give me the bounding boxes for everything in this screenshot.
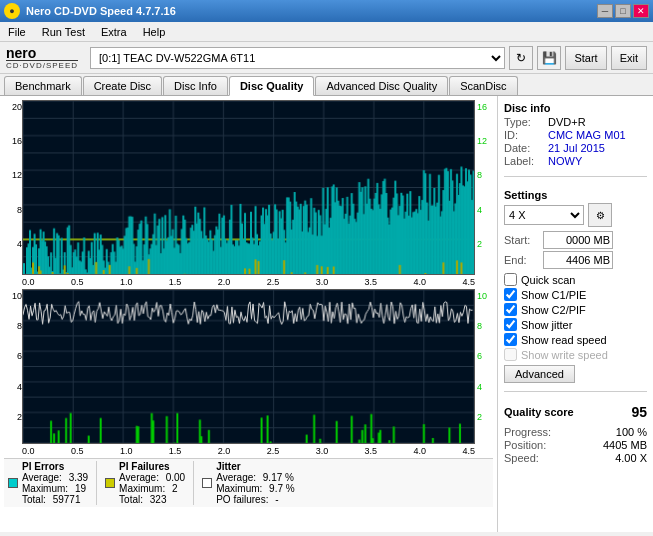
upper-x-axis: 0.00.51.01.52.02.53.03.54.04.5 <box>4 277 493 287</box>
tab-scan-disc[interactable]: ScanDisc <box>449 76 517 95</box>
quick-scan-row: Quick scan <box>504 273 647 286</box>
disc-label-label: Label: <box>504 155 544 167</box>
minimize-button[interactable]: ─ <box>597 4 613 18</box>
stats-bar: PI Errors Average: 3.39 Maximum: 19 Tota… <box>4 458 493 507</box>
show-c1-pie-label: Show C1/PIE <box>521 289 586 301</box>
divider2 <box>504 391 647 392</box>
drive-selector[interactable]: [0:1] TEAC DV-W522GMA 6T11 <box>90 47 505 69</box>
jitter-row: Show jitter <box>504 318 647 331</box>
upper-y-axis-right: 1612842 <box>475 100 493 275</box>
jitter-po-value: - <box>275 494 278 505</box>
tab-create-disc[interactable]: Create Disc <box>83 76 162 95</box>
quality-score-value: 95 <box>631 404 647 420</box>
quick-scan-checkbox[interactable] <box>504 273 517 286</box>
pi-errors-avg-value: 3.39 <box>69 472 88 483</box>
type-label: Type: <box>504 116 544 128</box>
settings-title: Settings <box>504 189 647 201</box>
show-jitter-checkbox[interactable] <box>504 318 517 331</box>
save-icon[interactable]: 💾 <box>537 46 561 70</box>
pi-errors-color <box>8 478 18 488</box>
speed-value: 4.00 X <box>615 452 647 464</box>
upper-y-axis-left: 20161284 <box>4 100 22 275</box>
progress-section: Progress: 100 % Position: 4405 MB Speed:… <box>504 426 647 465</box>
lower-y-axis-left: 108642 <box>4 289 22 444</box>
disc-label-value: NOWY <box>548 155 582 167</box>
advanced-button[interactable]: Advanced <box>504 365 575 383</box>
pi-failures-total-label: Total: <box>119 494 143 505</box>
quality-score-label: Quality score <box>504 406 574 418</box>
settings-section: Settings 4 X ⚙ Start: End: Quick scan <box>504 189 647 383</box>
progress-label: Progress: <box>504 426 551 438</box>
settings-icon[interactable]: ⚙ <box>588 203 612 227</box>
app-icon: ● <box>4 3 20 19</box>
jitter-avg-value: 9.17 % <box>263 472 294 483</box>
upper-chart-wrapper: 20161284 1612842 <box>4 100 493 275</box>
menu-bar: File Run Test Extra Help <box>0 22 653 42</box>
type-value: DVD+R <box>548 116 586 128</box>
pi-failures-stat: PI Failures Average: 0.00 Maximum: 2 Tot… <box>105 461 185 505</box>
exit-button[interactable]: Exit <box>611 46 647 70</box>
show-c1-pie-checkbox[interactable] <box>504 288 517 301</box>
nero-sub-text: CD·DVD/SPEED <box>6 60 78 70</box>
start-label: Start: <box>504 234 539 246</box>
pi-failures-avg-label: Average: <box>119 472 159 483</box>
speed-label: Speed: <box>504 452 539 464</box>
refresh-icon[interactable]: ↻ <box>509 46 533 70</box>
menu-help[interactable]: Help <box>139 25 170 39</box>
read-speed-row: Show read speed <box>504 333 647 346</box>
title-bar: ● Nero CD-DVD Speed 4.7.7.16 ─ □ ✕ <box>0 0 653 22</box>
tab-advanced-disc-quality[interactable]: Advanced Disc Quality <box>315 76 448 95</box>
position-label: Position: <box>504 439 546 451</box>
upper-chart-canvas <box>23 101 474 274</box>
start-button[interactable]: Start <box>565 46 606 70</box>
write-speed-row: Show write speed <box>504 348 647 361</box>
quick-scan-label: Quick scan <box>521 274 575 286</box>
jitter-stat: Jitter Average: 9.17 % Maximum: 9.7 % PO… <box>202 461 294 505</box>
pi-failures-label: PI Failures <box>119 461 185 472</box>
main-content: 20161284 1612842 0.00.51.01.52.02.53.03.… <box>0 96 653 532</box>
right-panel: Disc info Type: DVD+R ID: CMC MAG M01 Da… <box>498 96 653 532</box>
id-label: ID: <box>504 129 544 141</box>
menu-file[interactable]: File <box>4 25 30 39</box>
tab-disc-quality[interactable]: Disc Quality <box>229 76 315 96</box>
speed-selector[interactable]: 4 X <box>504 205 584 225</box>
window-title: Nero CD-DVD Speed 4.7.7.16 <box>26 5 176 17</box>
show-write-speed-checkbox <box>504 348 517 361</box>
pi-errors-stat: PI Errors Average: 3.39 Maximum: 19 Tota… <box>8 461 88 505</box>
disc-info-title: Disc info <box>504 102 647 114</box>
pi-errors-max-value: 19 <box>75 483 86 494</box>
end-input[interactable] <box>543 251 613 269</box>
jitter-color <box>202 478 212 488</box>
jitter-po-label: PO failures: <box>216 494 268 505</box>
tab-benchmark[interactable]: Benchmark <box>4 76 82 95</box>
show-jitter-label: Show jitter <box>521 319 572 331</box>
pi-failures-max-value: 2 <box>172 483 178 494</box>
nero-logo-text: nero <box>6 46 78 60</box>
quality-score-row: Quality score 95 <box>504 404 647 420</box>
pi-errors-max-label: Maximum: <box>22 483 68 494</box>
toolbar: nero CD·DVD/SPEED [0:1] TEAC DV-W522GMA … <box>0 42 653 74</box>
progress-value: 100 % <box>616 426 647 438</box>
close-button[interactable]: ✕ <box>633 4 649 18</box>
pi-failures-total-value: 323 <box>150 494 167 505</box>
c2pif-row: Show C2/PIF <box>504 303 647 316</box>
maximize-button[interactable]: □ <box>615 4 631 18</box>
jitter-max-label: Maximum: <box>216 483 262 494</box>
pi-errors-label: PI Errors <box>22 461 88 472</box>
upper-chart <box>22 100 475 275</box>
date-label: Date: <box>504 142 544 154</box>
menu-extra[interactable]: Extra <box>97 25 131 39</box>
menu-run-test[interactable]: Run Test <box>38 25 89 39</box>
start-input[interactable] <box>543 231 613 249</box>
pi-failures-max-label: Maximum: <box>119 483 165 494</box>
lower-chart <box>22 289 475 444</box>
lower-y-axis-right: 108642 <box>475 289 493 444</box>
tab-disc-info[interactable]: Disc Info <box>163 76 228 95</box>
lower-chart-wrapper: 108642 108642 <box>4 289 493 444</box>
jitter-label: Jitter <box>216 461 294 472</box>
pi-errors-total-value: 59771 <box>53 494 81 505</box>
show-c2-pif-checkbox[interactable] <box>504 303 517 316</box>
speed-row: 4 X ⚙ <box>504 203 647 227</box>
show-read-speed-checkbox[interactable] <box>504 333 517 346</box>
show-write-speed-label: Show write speed <box>521 349 608 361</box>
